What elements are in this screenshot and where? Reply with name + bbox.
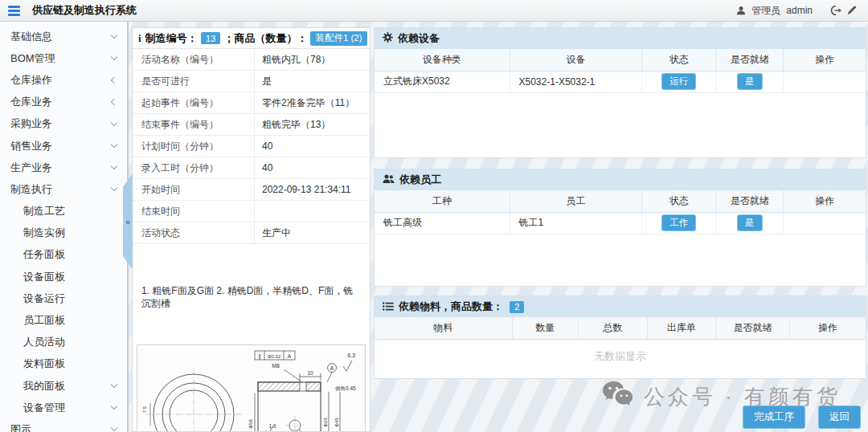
field-value: 是: [255, 71, 370, 92]
gear-icon: [383, 32, 393, 45]
detail-field-row: 开始时间2022-09-13 21:34:11: [133, 179, 370, 201]
field-value: 生产中: [255, 222, 370, 243]
column-header: 物料: [375, 317, 512, 339]
field-label: 结束时间: [133, 201, 255, 222]
edit-pen-icon[interactable]: [847, 6, 857, 15]
staff-section-title: 依赖员工: [399, 173, 441, 187]
equipment-section-header: 依赖设备: [375, 28, 866, 49]
sidebar-item-label: 任务面板: [23, 247, 65, 262]
manufacture-detail-panel: « i 制造编号： 13 ；商品（数量）： 装配件1 (2) 活动名称（编号）粗…: [132, 27, 371, 432]
sidebar-item[interactable]: BOM管理: [0, 47, 127, 69]
status-badge[interactable]: 运行: [661, 73, 696, 90]
complete-process-button[interactable]: 完成工序: [743, 406, 805, 429]
user-name[interactable]: admin: [786, 5, 813, 16]
hamburger-menu-icon[interactable]: [8, 6, 20, 16]
user-icon: [736, 6, 746, 15]
material-section-header: 依赖物料，商品数量： 2: [375, 296, 866, 317]
sidebar-item[interactable]: 发料面板: [0, 353, 127, 375]
staff-table-holder: 工种员工状态是否就绪操作铣工高级铣工1工作是: [375, 190, 866, 234]
logout-icon[interactable]: [830, 6, 841, 15]
sidebar-item[interactable]: 基础信息: [0, 26, 127, 47]
sidebar-item[interactable]: 设备运行: [0, 287, 127, 309]
sidebar-item-label: 设备管理: [23, 401, 65, 415]
sidebar-item[interactable]: 仓库操作: [0, 69, 127, 91]
product-badge[interactable]: 装配件1 (2): [310, 31, 366, 46]
collapse-panel-tab[interactable]: «: [123, 173, 133, 270]
top-navbar: 供应链及制造执行系统 管理员 admin: [0, 0, 868, 22]
field-label: 起始事件（编号）: [133, 92, 255, 113]
status-badge[interactable]: 是: [737, 73, 763, 90]
column-header: 工种: [375, 190, 510, 212]
user-role[interactable]: 管理员: [751, 4, 780, 18]
cell-status: 运行: [642, 71, 716, 92]
detail-field-row: 活动名称（编号）粗铣内孔（78）: [133, 49, 370, 71]
sidebar-item-label: 图示: [10, 422, 31, 432]
cell-text: X5032-1-X5032-1: [510, 71, 642, 92]
detail-fields: 活动名称（编号）粗铣内孔（78）是否可进行是起始事件（编号）零件2准备完毕（11…: [133, 49, 370, 244]
drawing-tolerance-datum: A: [288, 353, 292, 359]
sidebar: 基础信息BOM管理仓库操作仓库业务采购业务销售业务生产业务制造执行制造工艺制造实…: [0, 22, 129, 432]
app-title: 供应链及制造执行系统: [32, 3, 137, 18]
process-note: 1. 粗铣F面及G面 2. 精铣D面，半精铣D、F面，铣沉割槽: [141, 284, 362, 310]
field-value: 粗铣完毕（13）: [255, 114, 370, 135]
sidebar-item[interactable]: 制造工艺: [0, 201, 127, 222]
drawing-datum-a: A: [330, 365, 334, 371]
sidebar-item[interactable]: 销售业务: [0, 135, 127, 157]
staff-section-header: 依赖员工: [375, 169, 866, 190]
column-header: 操作: [784, 190, 866, 212]
chevron-left-icon: [111, 99, 117, 105]
detail-field-row: 是否可进行是: [133, 71, 370, 92]
dependency-panel: 依赖设备 设备种类设备状态是否就绪操作立式铣床X5032X5032-1-X503…: [374, 27, 866, 432]
drawing-dia-45: Φ45: [334, 418, 339, 427]
mfg-no-badge[interactable]: 13: [201, 32, 221, 44]
sidebar-item[interactable]: 任务面板: [0, 244, 127, 266]
sidebar-item[interactable]: 我的面板: [0, 375, 127, 397]
sidebar-item[interactable]: 制造执行: [0, 178, 127, 200]
equipment-table-holder: 设备种类设备状态是否就绪操作立式铣床X5032X5032-1-X5032-1运行…: [375, 49, 866, 93]
wechat-icon: [602, 381, 634, 414]
sidebar-item-label: 生产业务: [10, 161, 52, 175]
drawing-dia-58: Φ58: [248, 419, 253, 429]
sidebar-item[interactable]: 采购业务: [0, 113, 127, 135]
material-count-badge: 2: [510, 301, 524, 313]
chevron-down-icon: [111, 425, 117, 431]
field-label: 开始时间: [133, 179, 255, 200]
field-value: [255, 201, 370, 222]
sidebar-item-label: BOM管理: [10, 51, 55, 66]
sidebar-item[interactable]: 生产业务: [0, 157, 127, 178]
sidebar-item[interactable]: 人员活动: [0, 332, 127, 353]
chevron-down-icon: [111, 403, 117, 410]
field-value: 40: [255, 136, 370, 157]
drawing-tolerance-symbol: ∥: [258, 353, 260, 360]
sidebar-item-label: 员工面板: [23, 313, 65, 328]
field-label: 活动名称（编号）: [133, 49, 255, 70]
chevron-down-icon: [111, 54, 117, 60]
engineering-drawing: M8 10 A ∥ Φ0.02 A 6.3 倒角0.45 1.6 7.5 Φ58…: [137, 344, 366, 431]
sidebar-item[interactable]: 设备管理: [0, 397, 127, 418]
drawing-dim-left: 7.5: [142, 406, 147, 413]
column-header: 设备种类: [375, 49, 510, 71]
field-label: 是否可进行: [133, 71, 255, 92]
data-table: 工种员工状态是否就绪操作铣工高级铣工1工作是: [375, 190, 866, 234]
cell-text: 铣工1: [510, 212, 642, 234]
sidebar-item[interactable]: 制造实例: [0, 222, 127, 244]
detail-field-row: 起始事件（编号）零件2准备完毕（11）: [133, 92, 370, 114]
column-header: 员工: [510, 190, 642, 212]
status-badge[interactable]: 是: [737, 214, 763, 231]
sidebar-item[interactable]: 图示: [0, 418, 127, 432]
column-header: 出库单: [647, 317, 716, 339]
sidebar-item[interactable]: 设备面板: [0, 266, 127, 287]
sidebar-item[interactable]: 仓库业务: [0, 92, 127, 113]
cell-text: 铣工高级: [375, 212, 510, 234]
field-value: 粗铣内孔（78）: [255, 49, 370, 70]
chevron-down-icon: [111, 32, 117, 39]
detail-panel-header: i 制造编号： 13 ；商品（数量）： 装配件1 (2): [133, 28, 370, 49]
mfg-no-label: 制造编号：: [145, 31, 198, 46]
field-label: 录入工时（分钟）: [133, 157, 255, 178]
sidebar-item[interactable]: 员工面板: [0, 309, 127, 331]
column-header: 数量: [512, 317, 578, 339]
back-button[interactable]: 返回: [818, 406, 861, 429]
sidebar-item-label: 制造工艺: [23, 204, 65, 218]
detail-field-row: 计划时间（分钟）40: [133, 136, 370, 157]
status-badge[interactable]: 工作: [661, 214, 696, 231]
